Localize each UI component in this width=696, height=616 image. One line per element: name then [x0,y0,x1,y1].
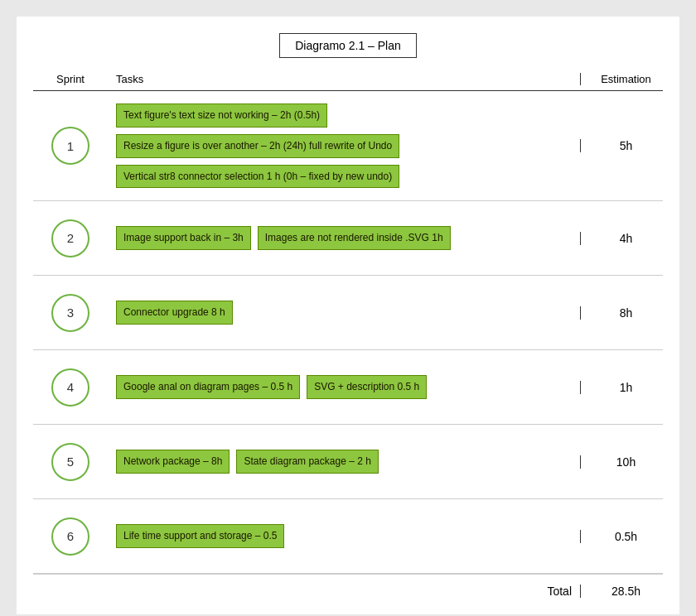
main-page: Diagramo 2.1 – Plan Sprint Tasks Estimat… [17,17,679,614]
tasks-area-sprint-6: Life time support and storage – 0.5 [108,520,580,552]
task-box-2-0: Image support back in – 3h [116,226,251,250]
table-header: Sprint Tasks Estimation [33,73,663,91]
sprint-number-6: 6 [51,517,89,556]
tasks-area-sprint-2: Image support back in – 3hImages are not… [108,222,580,254]
sprint-circle-3: 3 [33,294,108,332]
sprint-circle-6: 6 [33,517,108,556]
sprint-row: 6Life time support and storage – 0.50.5h [33,499,663,574]
estimation-sprint-6: 0.5h [580,530,663,543]
total-label: Total [497,585,580,598]
task-box-4-1: SVG + description 0.5 h [307,375,427,399]
sprint-row: 5Network package – 8hState diagram packa… [33,425,663,499]
tasks-area-sprint-1: Text figure's text size not working – 2h… [108,99,580,192]
sprint-circle-2: 2 [33,219,108,257]
tasks-area-sprint-5: Network package – 8hState diagram packag… [108,445,580,478]
sprint-number-4: 4 [51,368,89,407]
estimation-sprint-1: 5h [580,139,663,152]
tasks-area-sprint-4: Google anal on diagram pages – 0.5 hSVG … [108,371,580,403]
sprint-number-5: 5 [51,443,89,481]
estimation-sprint-2: 4h [580,232,663,245]
estimation-sprint-3: 8h [580,306,663,320]
task-box-4-0: Google anal on diagram pages – 0.5 h [116,375,300,399]
sprint-circle-1: 1 [33,127,108,165]
sprint-number-1: 1 [51,127,89,165]
header-estimation: Estimation [580,73,663,85]
page-title: Diagramo 2.1 – Plan [279,33,417,58]
header-tasks: Tasks [108,73,580,85]
task-box-3-0: Connector upgrade 8 h [116,301,233,325]
task-box-5-1: State diagram package – 2 h [236,450,378,474]
estimation-sprint-5: 10h [580,455,663,469]
task-box-2-1: Images are not rendered inside .SVG 1h [258,226,451,250]
header-sprint: Sprint [33,73,108,85]
task-box-5-0: Network package – 8h [116,450,230,474]
sprint-circle-4: 4 [33,368,108,407]
estimation-sprint-4: 1h [580,381,663,394]
sprint-circle-5: 5 [33,443,108,481]
total-row: Total 28.5h [33,574,663,598]
sprint-row: 1Text figure's text size not working – 2… [33,91,663,201]
sprint-row: 2Image support back in – 3hImages are no… [33,201,663,276]
sprint-number-2: 2 [51,219,89,257]
tasks-area-sprint-3: Connector upgrade 8 h [108,296,580,329]
task-box-1-1: Resize a figure is over another – 2h (24… [116,134,399,158]
sprint-row: 4Google anal on diagram pages – 0.5 hSVG… [33,350,663,425]
sprint-row: 3Connector upgrade 8 h8h [33,276,663,350]
task-box-1-2: Vertical str8 connector selection 1 h (0… [116,165,399,189]
task-box-1-0: Text figure's text size not working – 2h… [116,103,327,128]
sprints-table: 1Text figure's text size not working – 2… [33,91,663,574]
sprint-number-3: 3 [51,294,89,332]
total-value: 28.5h [580,585,663,598]
task-box-6-0: Life time support and storage – 0.5 [116,524,284,548]
